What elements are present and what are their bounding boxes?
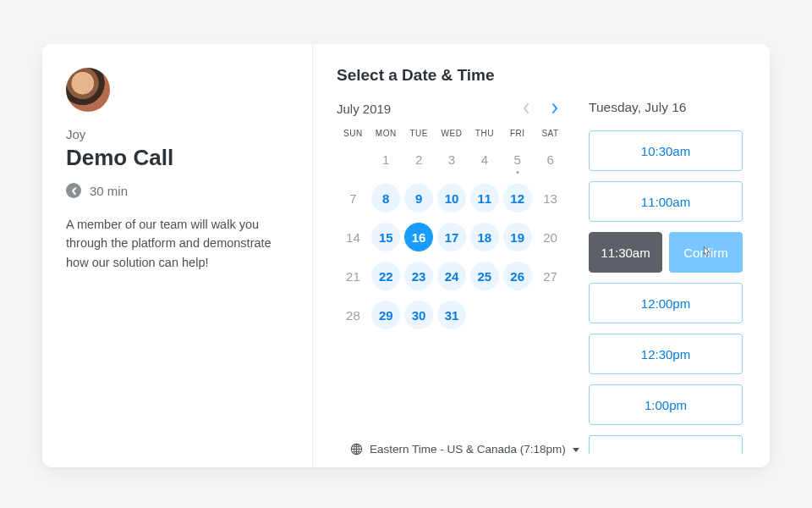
- meeting-title: Demo Call: [66, 145, 288, 171]
- dow-label: MON: [370, 129, 403, 138]
- caret-down-icon: [573, 448, 579, 452]
- calendar-column: July 2019 SUNMONTUEWEDTHUFRISAT 12345678…: [337, 100, 567, 457]
- calendar-day[interactable]: 19: [501, 221, 534, 253]
- prev-month-button[interactable]: [518, 100, 535, 117]
- dow-label: FRI: [501, 129, 534, 138]
- duration-label: 30 min: [90, 184, 128, 198]
- dow-label: SAT: [534, 129, 567, 138]
- calendar-day: [337, 143, 370, 175]
- scheduling-card: Joy Demo Call 30 min A member of our tea…: [42, 44, 770, 467]
- calendar-day: 14: [337, 221, 370, 253]
- calendar-day[interactable]: 15: [370, 221, 403, 253]
- globe-icon: [350, 443, 363, 456]
- days-grid: 1234567891011121314151617181920212223242…: [337, 143, 567, 331]
- panel-heading: Select a Date & Time: [337, 66, 761, 85]
- dow-label: WED: [436, 129, 469, 138]
- clock-icon: [66, 183, 81, 198]
- calendar-day[interactable]: 26: [501, 260, 534, 292]
- calendar-day[interactable]: 24: [436, 260, 469, 292]
- timeslot-button[interactable]: 11:30am: [589, 232, 662, 273]
- calendar-day[interactable]: 18: [468, 221, 501, 253]
- calendar-day: 6: [534, 143, 567, 175]
- calendar-day[interactable]: 31: [436, 299, 469, 331]
- month-label: July 2019: [337, 102, 391, 116]
- calendar-day: 4: [468, 143, 501, 175]
- dow-label: THU: [468, 129, 501, 138]
- calendar-day[interactable]: 11: [468, 182, 501, 214]
- calendar-day[interactable]: 17: [436, 221, 469, 253]
- calendar-day[interactable]: 10: [436, 182, 469, 214]
- calendar-day: 5: [501, 143, 534, 175]
- meeting-info-panel: Joy Demo Call 30 min A member of our tea…: [42, 44, 313, 467]
- timeslot-button[interactable]: 11:00am: [589, 181, 743, 222]
- meeting-description: A member of our team will walk you throu…: [66, 215, 288, 272]
- timeslot: 11:30amConfirm: [589, 232, 743, 273]
- timezone-label: Eastern Time - US & Canada (7:18pm): [370, 443, 566, 456]
- timeslot: 12:30pm: [589, 334, 743, 374]
- timeslots-list[interactable]: 10:30am11:00am11:30amConfirm12:00pm12:30…: [589, 130, 744, 457]
- timeslot: 12:00pm: [589, 283, 743, 323]
- cursor-pointer-icon: [699, 245, 714, 260]
- calendar-day: 1: [370, 143, 403, 175]
- next-month-button[interactable]: [546, 100, 563, 117]
- calendar-day: 20: [534, 221, 567, 253]
- month-nav: [518, 100, 563, 117]
- dow-label: SUN: [337, 129, 370, 138]
- timeslot: 11:00am: [589, 181, 743, 222]
- calendar-day[interactable]: 25: [468, 260, 501, 292]
- today-dot-icon: [516, 171, 518, 174]
- timeslot: 10:30am: [589, 130, 743, 171]
- calendar-day[interactable]: 29: [370, 299, 403, 331]
- calendar-day[interactable]: 8: [370, 182, 403, 214]
- calendar-day: 28: [337, 299, 370, 331]
- timeslot-button[interactable]: 12:00pm: [589, 283, 743, 323]
- selected-date-label: Tuesday, July 16: [589, 100, 744, 115]
- timeslots-column: Tuesday, July 16 10:30am11:00am11:30amCo…: [567, 100, 761, 457]
- calendar-day: 2: [403, 143, 436, 175]
- timeslot: 1:00pm: [589, 384, 743, 425]
- duration-row: 30 min: [66, 183, 288, 198]
- timeslot-button[interactable]: 12:30pm: [589, 334, 743, 374]
- calendar-day: 13: [534, 182, 567, 214]
- dow-row: SUNMONTUEWEDTHUFRISAT: [337, 129, 567, 138]
- calendar-day[interactable]: 9: [403, 182, 436, 214]
- calendar-header: July 2019: [337, 100, 567, 117]
- calendar-day[interactable]: 22: [370, 260, 403, 292]
- timeslot-partial[interactable]: [589, 435, 743, 454]
- dow-label: TUE: [403, 129, 436, 138]
- calendar-day: 3: [436, 143, 469, 175]
- calendar-day[interactable]: 12: [501, 182, 534, 214]
- calendar-day: 27: [534, 260, 567, 292]
- calendar-day: 7: [337, 182, 370, 214]
- host-name: Joy: [66, 127, 288, 141]
- timezone-selector[interactable]: Eastern Time - US & Canada (7:18pm): [348, 434, 579, 456]
- timeslot-button[interactable]: 10:30am: [589, 130, 743, 171]
- calendar-day: 21: [337, 260, 370, 292]
- main-row: July 2019 SUNMONTUEWEDTHUFRISAT 12345678…: [337, 100, 761, 457]
- calendar-day[interactable]: 30: [403, 299, 436, 331]
- timeslot-button[interactable]: 1:00pm: [589, 384, 743, 425]
- calendar-day[interactable]: 23: [403, 260, 436, 292]
- calendar-day[interactable]: 16: [403, 221, 436, 253]
- host-avatar: [66, 68, 110, 112]
- datetime-panel: Select a Date & Time July 2019 SUNMONTU: [313, 44, 770, 467]
- confirm-button[interactable]: Confirm: [669, 232, 743, 273]
